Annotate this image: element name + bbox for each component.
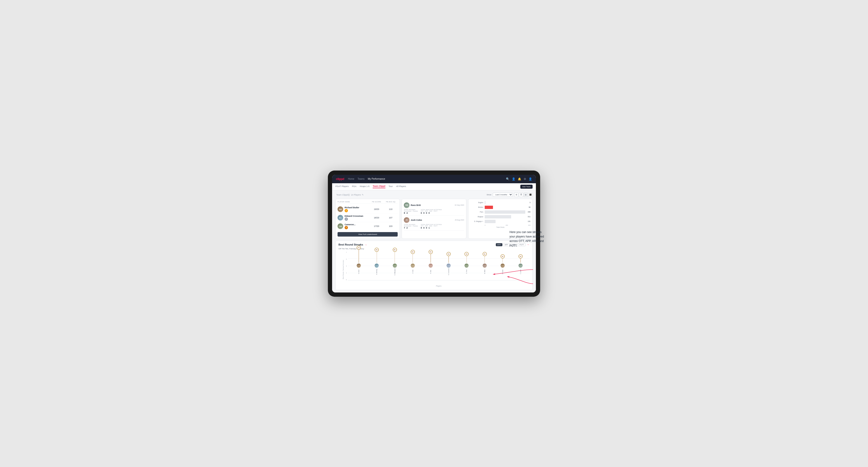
card-view-icon[interactable]: ▤: [524, 193, 528, 197]
bar-label-eagles: Eagles: [470, 201, 483, 203]
bar-val-eagles: 3: [530, 201, 530, 203]
tab-hcaps[interactable]: Hcaps 1-5: [360, 185, 369, 188]
col-pb-score: PB SCORE: [369, 201, 383, 203]
stat-ott-val: 0: [421, 212, 422, 214]
nav-my-performance[interactable]: My Performance: [368, 178, 385, 180]
streak-line: [359, 250, 359, 263]
bar-dbogeys: [485, 220, 496, 223]
list-view-icon[interactable]: ≣: [519, 193, 523, 197]
bar-val-pars: 499: [528, 211, 530, 213]
table-view-icon[interactable]: ⬛: [528, 193, 533, 197]
nav-home[interactable]: Home: [348, 178, 354, 180]
filter-app-button[interactable]: APP: [503, 243, 510, 246]
stat-tournament-val: 8: [404, 212, 405, 214]
player-name: Edward Crossman: [345, 215, 363, 217]
team-title: Team Clippd | 14 Players: [335, 194, 361, 196]
player-name-small: M. Miller: [484, 268, 486, 275]
show-label: Show: [487, 194, 491, 196]
player-name-small: E. Crossman: [448, 268, 450, 275]
streak-line: [520, 258, 521, 263]
player-card-name: Josh Coles: [411, 219, 422, 221]
bell-icon[interactable]: 🔔: [518, 177, 521, 181]
rank-badge: 2: [345, 217, 348, 221]
settings-icon[interactable]: ⚙: [524, 177, 526, 181]
user-icon[interactable]: 👤: [512, 177, 516, 181]
leaderboard-row[interactable]: CM Cameron... 3 17/20 103: [338, 222, 398, 231]
stat-putt-val: 1: [429, 227, 430, 229]
player-card[interactable]: JC Josh Coles 26 Aug 2023 Total Rounds T…: [404, 216, 464, 231]
x-label-200: 200: [505, 224, 508, 226]
stat-tournament-val: 7: [404, 227, 405, 229]
stat-arg-val: 0: [426, 212, 427, 214]
x-label-400: 400: [528, 224, 530, 226]
stat-arg-val: 0: [426, 227, 427, 229]
player-name-small: E. Ebert: [358, 268, 360, 275]
streak-bubble: 4x: [464, 252, 469, 256]
bar-eagles: [485, 201, 486, 204]
streak-bubble: 5x: [411, 250, 415, 254]
annotation-container: Here you can see streaks your players ha…: [509, 230, 547, 248]
annotation-text: Here you can see streaks your players ha…: [509, 230, 547, 248]
add-team-button[interactable]: Add Team: [520, 185, 533, 189]
player-name: Cameron...: [345, 223, 356, 226]
view-leaderboard-button[interactable]: View Full Leaderboard: [338, 232, 398, 237]
tab-tour[interactable]: Tour: [389, 185, 393, 188]
bar-val-bogeys: 311: [528, 216, 530, 217]
bar-label-birdies: Birdies: [470, 206, 483, 208]
streak-line: [485, 256, 485, 263]
avatar: RB: [338, 206, 343, 212]
bar-val-dbogeys: 131: [528, 220, 530, 222]
player-name-small: R. Butler: [502, 268, 503, 275]
y-val-1: 1: [346, 272, 347, 274]
search-icon[interactable]: 🔍: [506, 177, 509, 181]
col-pb-avg: PB AVG SQ: [383, 201, 398, 203]
player-name-small: D. Billingham: [394, 268, 396, 275]
stat-app-val: 0: [423, 212, 425, 214]
bar-val-birdies: 96: [529, 206, 530, 208]
streak-line: [448, 256, 449, 263]
bar-pars: [485, 210, 526, 214]
bar-label-bogeys: Bogeys: [470, 216, 483, 217]
streak-bubble: 4x: [483, 252, 487, 256]
leaderboard-row[interactable]: RB Richard Butler 1 19/20 110: [338, 205, 398, 214]
player-name-small: C. Quick: [520, 268, 521, 275]
player-card-name: Rees Britt: [411, 204, 421, 206]
y-val-5: 5: [346, 258, 347, 260]
x-axis-label: Players: [436, 285, 441, 287]
streaks-section: Best Round Streaks ← OTT APP ARG PUTT ←: [335, 241, 533, 290]
tab-pgat-players[interactable]: PGAT Players: [335, 185, 349, 188]
filter-ott-button[interactable]: OTT: [496, 243, 502, 246]
pb-score: 19/20: [369, 208, 383, 210]
edit-team-icon[interactable]: ✎: [362, 194, 364, 196]
player-name: Richard Butler: [345, 206, 359, 209]
stat-practice-val: 4: [406, 212, 408, 214]
streak-line: [467, 256, 467, 263]
leaderboard-row[interactable]: EC Edward Crossman 2 18/20 107: [338, 214, 398, 222]
player-name-small: B. McHarg: [376, 268, 377, 275]
streak-bubble: 4x: [446, 252, 451, 256]
grid-view-icon[interactable]: ⊞: [514, 193, 519, 197]
chart-x-axis-label: Total Shots: [470, 226, 530, 228]
avatar-icon[interactable]: 👤: [529, 177, 532, 181]
streak-line: [431, 254, 431, 263]
streak-bubble: 6x: [375, 248, 379, 252]
pb-avg: 110: [383, 208, 398, 210]
pb-score: 17/20: [369, 225, 383, 227]
player-card[interactable]: RB Rees Britt 02 Sep 2023 Total Rounds T…: [404, 201, 464, 216]
tab-all-players[interactable]: All Players: [396, 185, 406, 188]
col-player-name: PLAYER NAME: [338, 201, 369, 203]
player-name-small: J. Coles: [412, 268, 413, 275]
avatar: EC: [338, 215, 343, 220]
rank-badge: 1: [345, 209, 348, 212]
app-logo: clippd: [336, 177, 344, 181]
nav-teams[interactable]: Teams: [358, 178, 365, 180]
period-select[interactable]: Last 3 months: [493, 193, 513, 197]
bar-label-dbogeys: D. Bogeys +: [470, 220, 483, 222]
streak-line: [502, 258, 503, 263]
tab-team-clippd[interactable]: Team Clippd: [373, 185, 385, 188]
streak-line: [377, 252, 377, 263]
stat-ott-val: 0: [421, 227, 422, 229]
streak-line: [395, 252, 395, 263]
tab-pga[interactable]: PGA: [352, 185, 356, 188]
player-cards-panel: RB Rees Britt 02 Sep 2023 Total Rounds T…: [402, 199, 466, 239]
